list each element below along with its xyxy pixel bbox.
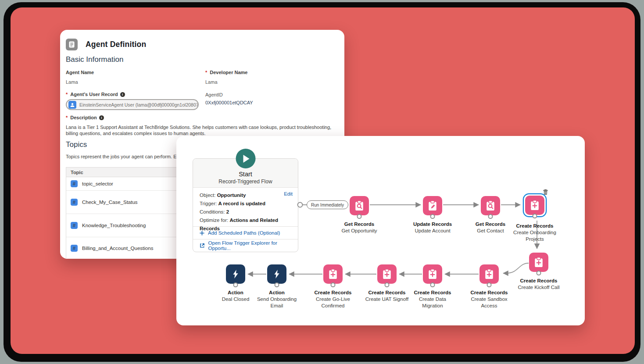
node-connector-port[interactable] bbox=[233, 282, 238, 287]
user-record-label: *Agent's User Record bbox=[66, 92, 125, 97]
flow-node-create-sandbox-access[interactable]: Create RecordsCreate Sandbox Access bbox=[461, 264, 518, 309]
node-connector-port[interactable] bbox=[533, 214, 537, 218]
node-label: Get RecordsGet Opportunity bbox=[341, 221, 377, 234]
description-label: *Description bbox=[66, 115, 104, 120]
edit-link[interactable]: Edit bbox=[284, 191, 293, 196]
start-title: Start bbox=[193, 171, 298, 178]
developer-name-label: *Developer Name bbox=[205, 70, 248, 75]
start-subtitle: Record-Triggered Flow bbox=[193, 178, 298, 185]
node-connector-port[interactable] bbox=[430, 282, 435, 287]
node-connector-port[interactable] bbox=[357, 214, 362, 219]
developer-name-value: Lama bbox=[205, 79, 218, 85]
node-connector-port[interactable] bbox=[430, 214, 435, 219]
play-icon bbox=[243, 155, 250, 163]
topic-hash-icon bbox=[71, 245, 78, 252]
flow-builder-panel: Start Record-Triggered Flow Object: Oppo… bbox=[176, 136, 585, 325]
required-asterisk: * bbox=[66, 92, 68, 97]
topic-name: Knowledge_Troubleshooting bbox=[82, 223, 146, 228]
page-title: Agent Definition bbox=[86, 40, 146, 49]
node-label: ActionDeal Closed bbox=[222, 289, 250, 303]
conditions-label: Conditions: bbox=[200, 209, 225, 214]
node-label: Create RecordsCreate Kickoff Call bbox=[518, 278, 559, 291]
get-records-icon bbox=[481, 196, 500, 215]
create-records-icon bbox=[525, 196, 544, 215]
node-connector-port[interactable] bbox=[385, 282, 390, 287]
flow-node-create-kickoff-call[interactable]: Create RecordsCreate Kickoff Call bbox=[510, 253, 567, 291]
node-label: Get RecordsGet Contact bbox=[476, 221, 505, 234]
topic-hash-icon bbox=[71, 222, 78, 229]
plus-icon bbox=[200, 231, 204, 236]
trigger-value: A record is updated bbox=[218, 201, 265, 206]
object-label: Object: bbox=[200, 193, 215, 198]
topic-hash-icon bbox=[71, 199, 78, 206]
info-icon[interactable] bbox=[99, 115, 104, 120]
topic-name: Billing_and_Account_Questions bbox=[82, 246, 153, 251]
agent-definition-header: Agent Definition bbox=[66, 39, 146, 50]
node-label: Create RecordsCreate Data Migration bbox=[409, 289, 456, 309]
flow-node-create-uat-signoff[interactable]: Create RecordsCreate UAT Signoff bbox=[358, 264, 415, 303]
node-connector-port[interactable] bbox=[537, 271, 541, 275]
create-records-icon bbox=[529, 253, 548, 272]
topic-name: topic_selector bbox=[82, 181, 113, 186]
create-records-icon bbox=[423, 264, 442, 284]
get-records-icon bbox=[350, 196, 369, 215]
node-label: Create RecordsCreate Go-Live Confirmed bbox=[310, 289, 356, 309]
agent-id-label: AgentID bbox=[205, 92, 223, 97]
basic-information-heading: Basic Information bbox=[66, 55, 123, 64]
agent-definition-icon bbox=[66, 39, 78, 50]
create-records-icon bbox=[377, 264, 397, 284]
flow-node-deal-closed[interactable]: ActionDeal Closed bbox=[207, 264, 264, 303]
add-scheduled-paths-link[interactable]: Add Scheduled Paths (Optional) bbox=[193, 226, 298, 239]
user-record-field[interactable]: EinsteinServiceAgent User (lama@00dfj000… bbox=[66, 99, 199, 110]
create-records-icon bbox=[323, 264, 343, 284]
create-records-icon bbox=[479, 264, 499, 284]
action-icon bbox=[226, 264, 245, 284]
agent-name-label: Agent Name bbox=[66, 70, 94, 75]
flow-node-get-opportunity[interactable]: Get RecordsGet Opportunity bbox=[331, 196, 388, 234]
description-value: Lana is a Tier 1 Support Assistant at Te… bbox=[66, 124, 332, 136]
selection-ring bbox=[523, 193, 547, 217]
node-label: Create RecordsCreate Onboarding Projects bbox=[512, 223, 558, 243]
info-icon[interactable] bbox=[120, 92, 125, 97]
required-asterisk: * bbox=[66, 115, 68, 120]
flow-start-card[interactable]: Start Record-Triggered Flow Object: Oppo… bbox=[193, 158, 298, 252]
flow-node-create-onboarding-projects[interactable]: Create RecordsCreate Onboarding Projects bbox=[506, 193, 563, 243]
user-record-value: EinsteinServiceAgent User (lama@00dfj000… bbox=[79, 102, 199, 107]
agent-id-value: 0Xxfj000001etQDCAY bbox=[205, 100, 253, 105]
topic-hash-icon bbox=[71, 180, 78, 187]
topic-name: Check_My_Case_Status bbox=[82, 200, 138, 205]
node-label: Create RecordsCreate UAT Signoff bbox=[365, 289, 408, 303]
node-connector-port[interactable] bbox=[331, 282, 336, 287]
trigger-label: Trigger: bbox=[200, 201, 217, 206]
node-label: Create RecordsCreate Sandbox Access bbox=[466, 289, 512, 309]
external-link-icon bbox=[200, 243, 205, 248]
topics-heading: Topics bbox=[66, 140, 87, 149]
action-icon bbox=[267, 264, 286, 284]
node-label: Update RecordsUpdate Account bbox=[413, 221, 452, 234]
node-connector-port[interactable] bbox=[275, 282, 279, 287]
delete-node-icon[interactable] bbox=[543, 189, 548, 197]
required-asterisk: * bbox=[205, 70, 207, 75]
agent-name-value: Lama bbox=[66, 79, 78, 85]
flow-node-create-go-live-confirmed[interactable]: Create RecordsCreate Go-Live Confirmed bbox=[304, 264, 361, 309]
node-connector-port[interactable] bbox=[488, 214, 493, 219]
run-flow-button[interactable] bbox=[236, 149, 255, 168]
optimize-label: Optimize for: bbox=[200, 218, 228, 223]
node-connector-port[interactable] bbox=[487, 282, 492, 287]
object-value: Opportunity bbox=[217, 193, 246, 198]
open-flow-trigger-explorer-link[interactable]: Open Flow Trigger Explorer for Opportu..… bbox=[193, 239, 298, 252]
flow-node-update-account[interactable]: Update RecordsUpdate Account bbox=[404, 196, 461, 234]
user-avatar-icon bbox=[68, 101, 76, 109]
update-records-icon bbox=[423, 196, 442, 215]
conditions-value: 2 bbox=[226, 209, 229, 214]
